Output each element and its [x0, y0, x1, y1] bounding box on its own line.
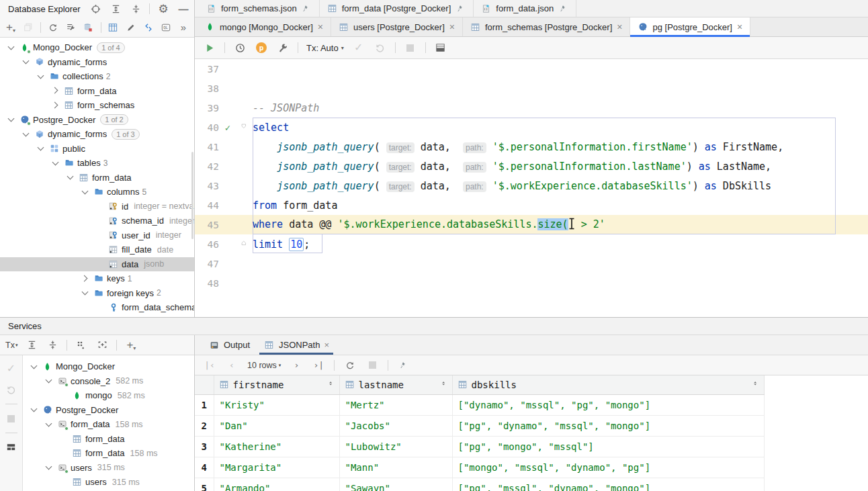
code-line-47[interactable]: 47	[195, 254, 868, 273]
column-header-dbskills[interactable]: dbskills	[452, 375, 764, 394]
code-line-38[interactable]: 38	[195, 79, 868, 98]
fold-marker-icon[interactable]	[236, 124, 253, 131]
frame-plus-button[interactable]	[95, 339, 109, 352]
editor-tab-mongo-mongo-docker-[interactable]: mongo [Mongo_Docker] ×	[198, 17, 331, 36]
tree-item-users[interactable]: users 315 ms	[23, 461, 194, 476]
stop-button[interactable]	[404, 41, 417, 54]
results-tab-jsonpath[interactable]: JSONPath ×	[257, 335, 336, 355]
tree-item-form-schemas[interactable]: form_schemas	[0, 98, 194, 113]
nav-prev-button[interactable]: ‹	[225, 359, 238, 372]
tree-item-postgre-docker[interactable]: Postgre_Docker	[23, 403, 194, 418]
tree-item-foreign-keys[interactable]: foreign keys 2	[0, 286, 194, 301]
add-button[interactable]: +▾	[5, 21, 16, 34]
tree-item-keys[interactable]: keys 1	[0, 271, 194, 286]
table-cell[interactable]: "Jacobs"	[339, 415, 452, 436]
pg-session-button[interactable]: p	[255, 41, 268, 54]
page-size-dropdown[interactable]: 10 rows▾	[247, 361, 281, 370]
editor-tab-form-schemas-postgre-docker-[interactable]: form_schemas [Postgre_Docker] ×	[463, 17, 630, 36]
editor-tab-form-data-postgre-docker-[interactable]: form_data [Postgre_Docker]	[320, 0, 474, 17]
refresh-button[interactable]	[48, 21, 58, 34]
table-cell[interactable]: "Lubowitz"	[339, 436, 452, 457]
editor-tab-form-schemas-json[interactable]: form_schemas.json	[199, 0, 320, 17]
rollback-button[interactable]	[5, 383, 18, 396]
chevron-down-icon[interactable]	[44, 376, 54, 386]
chevron-down-icon[interactable]	[36, 72, 46, 81]
nav-first-button[interactable]: |‹	[203, 359, 216, 372]
chevron-right-icon[interactable]	[81, 274, 90, 283]
row-number[interactable]: 2	[195, 415, 214, 436]
pin-icon[interactable]	[455, 3, 466, 14]
table-view-button[interactable]	[107, 21, 118, 34]
table-cell[interactable]: ["pg", "dynamo", "mssql", "mongo"]	[452, 415, 764, 436]
layout-button[interactable]	[5, 441, 18, 454]
editor-tab-form-data-json[interactable]: form_data.json	[474, 0, 576, 17]
copy-button[interactable]	[23, 21, 34, 34]
wrench-button[interactable]	[276, 41, 290, 54]
add-button[interactable]: +▾	[124, 339, 138, 352]
chevron-right-icon[interactable]	[51, 86, 60, 95]
table-cell[interactable]: ["dynamo", "mssql", "pg", "mongo"]	[452, 394, 764, 415]
close-icon[interactable]: ×	[324, 340, 329, 350]
table-cell[interactable]: "Mann"	[339, 457, 452, 478]
collapse-all-button[interactable]	[46, 339, 59, 352]
tree-item-data[interactable]: data jsonb	[0, 257, 194, 272]
table-cell[interactable]: ["mongo", "mssql", "dynamo", "pg"]	[452, 457, 764, 478]
editor-tab-pg-postgre-docker-[interactable]: pg [Postgre_Docker] ×	[630, 17, 750, 36]
tree-item-form-data[interactable]: form_data	[0, 171, 194, 185]
table-cell[interactable]: "Sawayn"	[339, 478, 452, 491]
tree-item-form-data-schema-id-[interactable]: form_data_schema_id_	[0, 300, 194, 315]
tree-item-id[interactable]: id integer = nextval('fo	[0, 199, 194, 214]
close-icon[interactable]: ×	[736, 22, 743, 32]
code-line-39[interactable]: 39 -- JSONPath	[195, 98, 868, 118]
rollback-button[interactable]	[374, 41, 387, 54]
pin-button[interactable]	[397, 359, 410, 372]
more-button[interactable]: »	[178, 21, 189, 34]
tree-item-collections[interactable]: collections 2	[0, 69, 194, 84]
tree-item-dynamic-forms[interactable]: dynamic_forms	[0, 55, 194, 70]
code-line-37[interactable]: 37	[195, 59, 868, 79]
nav-last-button[interactable]: ›|	[312, 359, 325, 372]
tree-item-postgre-docker[interactable]: Postgre_Docker 1 of 2	[0, 113, 194, 128]
column-header-firstname[interactable]: firstname	[214, 375, 339, 394]
chevron-down-icon[interactable]	[44, 420, 54, 429]
tree-item-users[interactable]: users 315 ms	[23, 475, 194, 490]
edit-button[interactable]	[125, 21, 136, 34]
table-cell[interactable]: "Armando"	[214, 478, 339, 491]
tree-item-console-2[interactable]: console_2 582 ms	[23, 374, 194, 389]
table-cell[interactable]: "Margarita"	[214, 457, 339, 478]
tree-item-form-data[interactable]: form_data	[0, 84, 194, 99]
tx-dropdown[interactable]: Tx▾	[5, 341, 17, 350]
close-icon[interactable]: ×	[616, 22, 623, 32]
results-tab-output[interactable]: Output	[202, 335, 257, 355]
settings-button[interactable]: ⚙	[157, 2, 170, 15]
row-number[interactable]: 4	[195, 457, 214, 478]
check-button[interactable]: ✓	[5, 362, 18, 375]
table-cell[interactable]: ["pg", "mongo", "mssql"]	[452, 436, 764, 457]
table-cell[interactable]: "Kristy"	[214, 394, 339, 415]
chevron-down-icon[interactable]	[81, 288, 90, 298]
chevron-down-icon[interactable]	[36, 144, 46, 153]
code-line-48[interactable]: 48	[195, 273, 868, 293]
play-button[interactable]	[203, 41, 216, 54]
tree-item-form-data[interactable]: form_data 158 ms	[23, 446, 194, 461]
chevron-down-icon[interactable]	[51, 159, 60, 168]
filter-wrench-button[interactable]	[65, 21, 76, 34]
chevron-down-icon[interactable]	[21, 130, 31, 139]
row-number[interactable]: 3	[195, 436, 214, 457]
close-icon[interactable]: ×	[317, 22, 324, 32]
code-line-45[interactable]: 45 where data @@ '$.workExperience.datab…	[195, 215, 868, 234]
group-button[interactable]	[75, 339, 88, 352]
collapse-all-button[interactable]	[129, 2, 142, 15]
locate-button[interactable]	[89, 2, 102, 15]
tree-item-tables[interactable]: tables 3	[0, 156, 194, 171]
fold-marker-icon[interactable]	[236, 240, 253, 248]
jump-button[interactable]	[143, 21, 154, 34]
chevron-right-icon[interactable]	[51, 101, 60, 110]
chevron-down-icon[interactable]	[30, 405, 39, 414]
tx-mode-dropdown[interactable]: Tx: Auto▾	[306, 43, 344, 53]
chevron-down-icon[interactable]	[66, 173, 75, 182]
datasource-problem-button[interactable]	[83, 21, 93, 34]
chevron-down-icon[interactable]	[81, 187, 90, 197]
editor-tab-users-postgre-docker-[interactable]: users [Postgre_Docker] ×	[331, 17, 463, 36]
table-cell[interactable]: "Dan"	[214, 415, 339, 436]
